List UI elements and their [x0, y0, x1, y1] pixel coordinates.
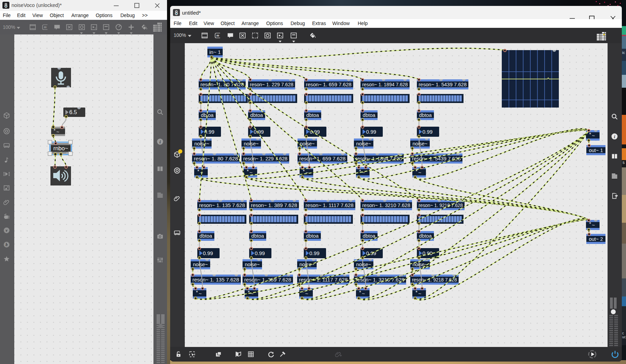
svg-text:~: ~ — [249, 169, 253, 175]
svg-text:~: ~ — [592, 222, 595, 228]
svg-text:dbtoa: dbtoa — [251, 233, 264, 239]
svg-text:reson~ 1. 1117 7.628: reson~ 1. 1117 7.628 — [306, 203, 354, 208]
svg-text:reson~ 1. 5439 7.628: reson~ 1. 5439 7.628 — [419, 82, 467, 87]
svg-text:i: i — [614, 134, 615, 139]
svg-text:out~ 2: out~ 2 — [589, 236, 603, 242]
svg-text:reson~ 1. 80 7.628: reson~ 1. 80 7.628 — [200, 82, 244, 87]
svg-text:0.99: 0.99 — [309, 250, 319, 256]
svg-text:~: ~ — [418, 169, 421, 175]
svg-text:~: ~ — [592, 133, 595, 139]
svg-text:reson~ 1. 389 7.628: reson~ 1. 389 7.628 — [244, 277, 291, 283]
svg-text:dbtoa: dbtoa — [363, 233, 375, 239]
svg-text:out~ 1: out~ 1 — [589, 148, 603, 153]
svg-text:~: ~ — [362, 291, 365, 296]
svg-text:rnbo~: rnbo~ — [53, 145, 68, 151]
svg-text:reson~ 1. 135 7.628: reson~ 1. 135 7.628 — [192, 277, 239, 283]
svg-text:*: * — [415, 289, 418, 295]
svg-text:~: ~ — [418, 291, 421, 296]
svg-text:reson~ 1. 9218 7.628: reson~ 1. 9218 7.628 — [412, 277, 457, 283]
svg-text:reson~ 1. 3210 7.628: reson~ 1. 3210 7.628 — [362, 203, 410, 208]
svg-text:0.99: 0.99 — [203, 250, 213, 256]
svg-text:~: ~ — [306, 169, 309, 175]
svg-text:reson~ 1. 229 7.628: reson~ 1. 229 7.628 — [250, 82, 293, 87]
svg-text:*: * — [589, 131, 591, 137]
svg-text:0.99: 0.99 — [422, 129, 433, 135]
svg-text:*: * — [247, 168, 249, 174]
svg-text:*: * — [415, 168, 418, 174]
svg-text:reson~ 1. 1894 7.628: reson~ 1. 1894 7.628 — [362, 82, 408, 87]
svg-text:dbtoa: dbtoa — [306, 233, 319, 239]
svg-text:*: * — [302, 289, 304, 295]
svg-text:reson~ 1. 659 7.628: reson~ 1. 659 7.628 — [306, 82, 351, 87]
svg-text:reson~ 1. 135 7.628: reson~ 1. 135 7.628 — [199, 203, 245, 208]
svg-text:~: ~ — [56, 129, 59, 135]
svg-text:*: * — [197, 168, 199, 174]
svg-text:~: ~ — [251, 291, 254, 296]
svg-text:dbtoa: dbtoa — [419, 112, 432, 118]
svg-text:m: m — [44, 25, 47, 29]
svg-text:dbtoa: dbtoa — [199, 233, 212, 239]
svg-text:6.5: 6.5 — [69, 109, 77, 115]
svg-text:reson~ 1. 80 7.628: reson~ 1. 80 7.628 — [194, 156, 238, 161]
svg-text:reson~ 1. 9218 7.628: reson~ 1. 9218 7.628 — [419, 203, 463, 208]
svg-text:reson~ 1. 229 7.628: reson~ 1. 229 7.628 — [243, 156, 287, 161]
svg-text:~: ~ — [305, 291, 308, 296]
svg-text:0.99: 0.99 — [366, 129, 376, 135]
svg-text:*: * — [359, 168, 361, 174]
svg-text:dbtoa: dbtoa — [250, 112, 263, 118]
svg-text:m: m — [216, 33, 219, 37]
svg-text:*: * — [248, 289, 250, 295]
svg-text:i: i — [159, 139, 161, 144]
svg-text:dbtoa: dbtoa — [306, 112, 319, 118]
svg-text:~: ~ — [199, 291, 202, 296]
svg-text:reson~ 1. 659 7.628: reson~ 1. 659 7.628 — [299, 156, 346, 161]
svg-text:reson~ 1. 389 7.628: reson~ 1. 389 7.628 — [251, 203, 297, 208]
svg-text:*: * — [359, 289, 361, 295]
svg-text:0.99: 0.99 — [255, 250, 265, 256]
svg-text:dbtoa: dbtoa — [419, 233, 432, 239]
svg-text:dbtoa: dbtoa — [363, 112, 375, 118]
svg-text:in~ 1: in~ 1 — [209, 49, 221, 55]
svg-text:reson~ 1. 3210 7.628: reson~ 1. 3210 7.628 — [356, 277, 404, 283]
svg-text:b: b — [6, 242, 8, 247]
svg-text:v: v — [6, 228, 8, 233]
svg-text:*: * — [196, 289, 198, 295]
